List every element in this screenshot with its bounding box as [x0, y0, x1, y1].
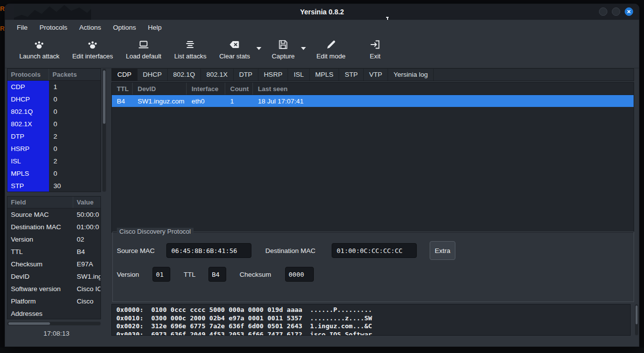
maximize-button[interactable]	[612, 7, 620, 16]
field-name: Source MAC	[7, 208, 73, 221]
protocol-row[interactable]: STP30	[7, 180, 100, 192]
protocols-scrollbar[interactable]	[102, 68, 106, 192]
tab-yersinia-log[interactable]: Yersinia log	[388, 69, 434, 81]
tab-dhcp[interactable]: DHCP	[138, 69, 168, 81]
edit-interfaces-button[interactable]: Edit interfaces	[66, 38, 119, 60]
list-attacks-button[interactable]: List attacks	[168, 38, 213, 60]
packet-table: TTL DevID Interface Count Last seen B4 S…	[111, 82, 634, 233]
yersinia-window: Yersinia 0.8.2 File Protocols Actions Op…	[5, 4, 639, 347]
col-count[interactable]: Count	[225, 83, 253, 95]
exit-button[interactable]: Exit	[363, 38, 388, 60]
status-time: 17:08:13	[7, 330, 106, 337]
tab-stp[interactable]: STP	[339, 69, 363, 81]
minimize-button[interactable]	[599, 7, 607, 16]
hexdump-line: 0x0000: 0100 0ccc cccc 5000 000a 0000 01…	[116, 306, 630, 314]
field-row[interactable]: PlatformCisco	[7, 295, 100, 307]
packets-column-header[interactable]: Packets	[49, 69, 100, 80]
launch-attack-button[interactable]: Launch attack	[13, 38, 66, 60]
col-devid[interactable]: DevID	[133, 83, 187, 95]
field-row[interactable]: Destination MAC01:00:0	[7, 221, 100, 233]
tab-hsrp[interactable]: HSRP	[258, 69, 289, 81]
protocol-row[interactable]: ISL2	[7, 155, 100, 167]
paw-icon	[87, 39, 99, 50]
menu-help[interactable]: Help	[142, 21, 168, 34]
tool-label: List attacks	[174, 52, 206, 60]
protocol-name: STP	[7, 180, 49, 192]
field-row[interactable]: ChecksumE97A	[7, 258, 100, 270]
field-row[interactable]: Version02	[7, 233, 100, 246]
protocol-row[interactable]: MPLS0	[7, 167, 100, 180]
col-last-seen[interactable]: Last seen	[253, 83, 634, 95]
hexdump-line: 0x0010: 0300 000c 2000 02b4 e97a 0001 00…	[116, 314, 630, 323]
field-row[interactable]: TTLB4	[7, 246, 100, 258]
tab-isl[interactable]: ISL	[288, 69, 309, 81]
tab-8021x[interactable]: 802.1X	[201, 69, 234, 81]
source-mac-input[interactable]	[166, 243, 251, 258]
field-row[interactable]: Source MAC50:00:0	[7, 208, 100, 221]
tool-label: Exit	[370, 52, 381, 60]
fields-horizontal-scrollbar[interactable]	[7, 321, 101, 326]
destination-mac-input[interactable]	[332, 243, 417, 258]
hexdump-panel: 0x0000: 0100 0ccc cccc 5000 000a 0000 01…	[111, 304, 631, 336]
protocol-name: 802.1X	[7, 118, 49, 130]
checksum-input[interactable]	[285, 267, 314, 282]
field-value: 01:00:0	[73, 221, 100, 233]
list-icon	[184, 39, 196, 50]
frame-title: Cisco Discovery Protocol	[117, 228, 194, 235]
close-icon	[626, 9, 632, 14]
protocols-panel: Protocols Packets CDP1 DHCP0 802.1Q0 802…	[7, 68, 101, 192]
field-row[interactable]: Addresses	[7, 307, 100, 319]
field-row[interactable]: DevIDSW1.ing	[7, 270, 100, 283]
field-column-header[interactable]: Field	[7, 197, 73, 208]
capture-dropdown-button[interactable]	[299, 45, 308, 52]
menu-protocols[interactable]: Protocols	[34, 21, 73, 34]
field-row[interactable]: Software versionCisco IO	[7, 283, 100, 295]
value-column-header[interactable]: Value	[73, 197, 100, 208]
protocol-row[interactable]: 802.1X0	[7, 118, 100, 130]
window-title: Yersinia 0.8.2	[300, 8, 344, 16]
col-interface[interactable]: Interface	[187, 83, 225, 95]
clear-stats-dropdown-button[interactable]	[254, 45, 263, 52]
edit-mode-button[interactable]: Edit mode	[310, 38, 352, 60]
tab-mpls[interactable]: MPLS	[310, 69, 340, 81]
protocol-row[interactable]: 802.1Q0	[7, 105, 100, 118]
protocols-column-header[interactable]: Protocols	[7, 69, 49, 80]
packet-count: 0	[49, 167, 100, 180]
load-default-button[interactable]: Load default	[119, 38, 168, 60]
protocol-row[interactable]: CDP1	[7, 81, 100, 93]
protocol-row[interactable]: DHCP0	[7, 93, 100, 105]
packet-count: 0	[49, 118, 100, 130]
version-input[interactable]	[152, 267, 170, 282]
field-value: Cisco IO	[73, 283, 100, 295]
menu-actions[interactable]: Actions	[73, 21, 107, 34]
ttl-input[interactable]	[208, 267, 226, 282]
protocol-row[interactable]: HSRP0	[7, 143, 100, 155]
exit-icon	[369, 39, 381, 50]
titlebar[interactable]: Yersinia 0.8.2	[5, 4, 639, 20]
tab-8021q[interactable]: 802.1Q	[168, 69, 201, 81]
menubar: File Protocols Actions Options Help	[5, 20, 639, 35]
floppy-icon	[277, 39, 289, 50]
tab-dtp[interactable]: DTP	[234, 69, 258, 81]
clear-stats-button[interactable]: Clear stats	[213, 38, 256, 60]
field-value	[73, 307, 100, 319]
ttl-label: TTL	[184, 271, 196, 278]
packet-row[interactable]: B4 SW1.inguz.com eth0 1 18 Jul 17:07:41	[112, 95, 634, 107]
extra-button[interactable]: Extra	[430, 241, 455, 260]
tab-cdp[interactable]: CDP	[112, 69, 138, 81]
packet-count: 0	[49, 105, 100, 118]
close-button[interactable]	[625, 7, 633, 16]
field-value: SW1.ing	[73, 270, 100, 283]
tool-label: Capture	[272, 52, 295, 60]
protocol-name: DTP	[7, 130, 49, 143]
protocol-name: HSRP	[7, 143, 49, 155]
protocol-row[interactable]: DTP2	[7, 130, 100, 143]
tab-vtp[interactable]: VTP	[364, 69, 388, 81]
capture-button[interactable]: Capture	[265, 38, 301, 60]
menu-file[interactable]: File	[11, 21, 34, 34]
hexdump-scrollbar[interactable]	[635, 304, 639, 336]
menu-options[interactable]: Options	[107, 21, 142, 34]
col-ttl[interactable]: TTL	[112, 83, 133, 95]
desktop-bottom-strip	[0, 348, 644, 353]
packet-count: 2	[49, 130, 100, 143]
